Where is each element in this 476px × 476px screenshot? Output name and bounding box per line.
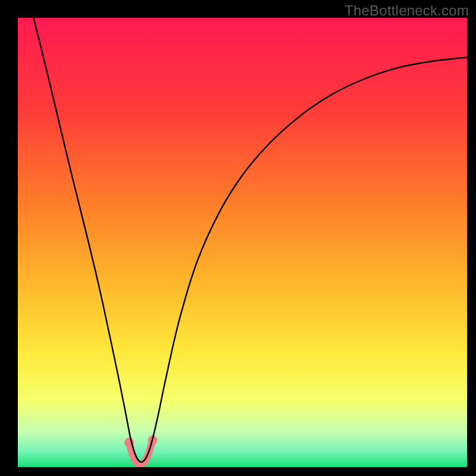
chart-background bbox=[18, 18, 467, 467]
bottleneck-chart bbox=[18, 18, 467, 467]
chart-frame bbox=[18, 18, 467, 467]
watermark-text: TheBottleneck.com bbox=[345, 2, 469, 19]
